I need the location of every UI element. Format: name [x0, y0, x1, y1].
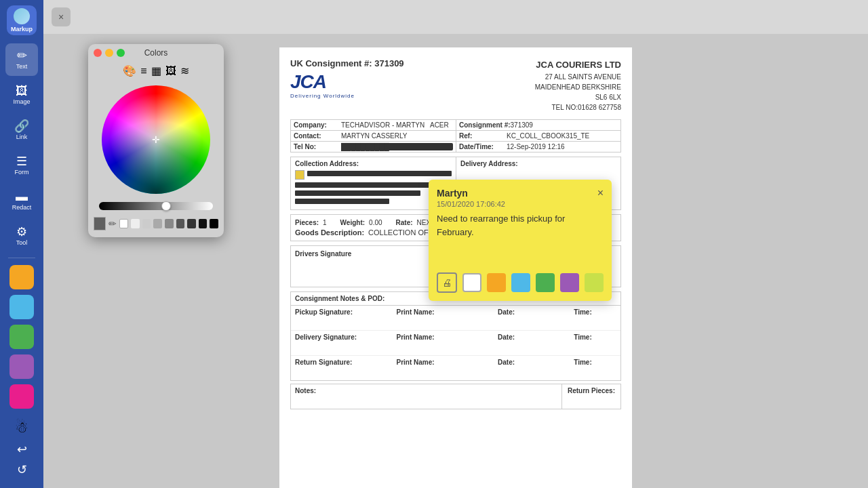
return-print-name-label: Print Name: [393, 356, 494, 380]
sidebar-text-label: Text [16, 63, 28, 70]
sidebar-item-text[interactable]: ✏ Text [5, 43, 38, 76]
sticky-color-purple[interactable] [560, 273, 579, 292]
sticky-color-blue[interactable] [511, 273, 530, 292]
notes-cell: Notes: [291, 384, 561, 409]
text-icon: ✏ [17, 49, 27, 62]
company-row: Company: TECHADVISOR - MARTYN ACER [291, 120, 456, 130]
panel-dot-red[interactable] [94, 49, 102, 57]
doc-consignment-title: UK Consignment #: 371309 [290, 58, 404, 68]
pieces-item: Pieces: 1 [295, 219, 327, 226]
color-wheel[interactable]: ✛ [102, 85, 210, 194]
panel-dot-yellow[interactable] [105, 49, 113, 57]
sticky-color-white[interactable] [462, 273, 481, 292]
app-logo: Markup [7, 5, 37, 35]
sidebar-item-redact[interactable]: ▬ Redact [5, 184, 38, 217]
pickup-sig-label: Pickup Signature: [291, 306, 393, 330]
sidebar-color-purple[interactable] [9, 354, 34, 379]
swatch-6[interactable] [176, 219, 185, 228]
pieces-val: 1 [323, 219, 327, 226]
goods-label: Goods Description: [295, 228, 364, 237]
close-icon: × [58, 12, 64, 22]
brightness-thumb[interactable] [161, 201, 171, 211]
sticky-body: Need to rearrange this pickup for Februa… [437, 212, 604, 239]
top-bar: × [43, 0, 868, 34]
sidebar-item-image[interactable]: 🖼 Image [5, 79, 38, 111]
address-line1: 27 ALL SAINTS AVENUE [535, 72, 621, 82]
collection-address-line1 [307, 171, 452, 176]
delivery-time-label: Time: [570, 331, 620, 355]
color-wheel-tab[interactable]: 🎨 [123, 64, 136, 77]
sticky-author-name: Martyn [437, 188, 505, 199]
ref-val: KC_COLL_CBOOK315_TE [507, 132, 618, 140]
sidebar-link-label: Link [16, 134, 28, 140]
swatch-8[interactable] [199, 219, 208, 228]
company-val: TECHADVISOR - MARTYN ACER [341, 121, 453, 129]
notes-label: Notes: [295, 387, 316, 394]
pieces-label: Pieces: [295, 219, 319, 226]
redact-icon: ▬ [16, 190, 28, 203]
link-icon: 🔗 [14, 120, 29, 132]
datetime-label: Date/Time: [459, 143, 507, 150]
sidebar-item-form[interactable]: ☰ Form [5, 149, 38, 182]
sidebar-item-tool[interactable]: ⚙ Tool [5, 220, 38, 252]
sticky-print-button[interactable]: 🖨 [437, 272, 457, 293]
consignment-row: Consignment #: 371309 [456, 120, 620, 130]
consignment-label: Consignment #: [459, 121, 511, 129]
color-sliders-tab[interactable]: ≡ [140, 65, 146, 77]
doc-wrapper: Colors 🎨 ≡ ▦ 🖼 ≋ ✛ [43, 34, 868, 488]
ref-label: Ref: [459, 132, 507, 140]
sidebar-color-orange[interactable] [9, 265, 34, 289]
color-image-tab[interactable]: 🖼 [165, 65, 176, 77]
weight-val: 0.00 [369, 219, 382, 226]
sticky-header: Martyn 15/01/2020 17:06:42 × [437, 188, 604, 208]
swatch-2[interactable] [131, 219, 140, 228]
sticky-color-orange[interactable] [487, 273, 506, 292]
sidebar-image-label: Image [13, 98, 30, 105]
contact-row: Contact: MARTYN CASSERLY [291, 130, 456, 141]
logo-circle [14, 8, 30, 24]
sticky-color-yellow-green[interactable] [585, 273, 604, 292]
pickup-print-name-label: Print Name: [393, 306, 494, 330]
swatch-4[interactable] [153, 219, 162, 228]
swatch-5[interactable] [165, 219, 174, 228]
sidebar-divider [8, 258, 35, 258]
brightness-slider[interactable] [99, 202, 213, 210]
form-icon: ☰ [16, 155, 27, 167]
color-wheel-container[interactable]: ✛ [88, 80, 224, 199]
refresh-button[interactable]: ↺ [17, 462, 27, 477]
sidebar-color-pink[interactable] [9, 384, 34, 409]
sticky-color-green[interactable] [536, 273, 555, 292]
undo-button[interactable]: ↩ [17, 442, 27, 457]
colors-panel-title: Colors [144, 48, 168, 58]
return-time-label: Time: [570, 356, 620, 380]
pickup-date-label: Date: [494, 306, 570, 330]
sticky-close-button[interactable]: × [597, 188, 604, 199]
weight-label: Weight: [340, 219, 365, 226]
jca-logo: JCA Delivering Worldwide [290, 71, 404, 99]
color-list-tab[interactable]: ≋ [180, 64, 189, 77]
weight-item: Weight: 0.00 [340, 219, 382, 226]
sidebar-color-blue[interactable] [9, 295, 34, 319]
color-palette-tab[interactable]: ▦ [151, 64, 161, 77]
contact-label: Contact: [294, 132, 341, 140]
pencil-icon: ✏ [108, 218, 117, 229]
tel-row: Tel No: ██████████ [291, 141, 456, 152]
return-date-label: Date: [494, 356, 570, 380]
swatch-7[interactable] [187, 219, 196, 228]
sidebar-item-link[interactable]: 🔗 Link [5, 114, 38, 146]
close-button[interactable]: × [52, 7, 71, 26]
sidebar-bottom: ☃ ↩ ↺ [15, 419, 28, 483]
panel-dot-green[interactable] [117, 49, 125, 57]
current-color-swatch[interactable] [94, 217, 106, 230]
delivery-print-name-label: Print Name: [393, 331, 494, 355]
swatch-1[interactable] [119, 219, 128, 228]
swatch-3[interactable] [142, 219, 151, 228]
sidebar-color-green[interactable] [9, 325, 34, 349]
consignment-val: 371309 [511, 121, 618, 129]
collection-marker [295, 170, 304, 180]
datetime-row: Date/Time: 12-Sep-2019 12:16 [456, 141, 620, 152]
document: UK Consignment #: 371309 JCA Delivering … [279, 47, 632, 488]
swatch-9[interactable] [210, 219, 218, 228]
panel-dots [94, 49, 125, 57]
doc-header: UK Consignment #: 371309 JCA Delivering … [290, 58, 621, 113]
